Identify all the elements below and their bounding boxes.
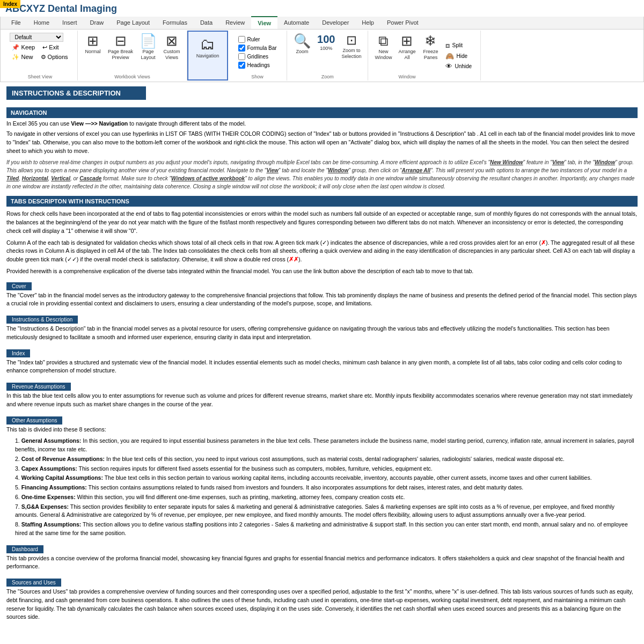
ribbon-group-workbook-views: ⊞ Normal ⊟ Page BreakPreview 📄 PageLayou…: [78, 31, 187, 80]
headings-checkbox[interactable]: Headings: [238, 62, 277, 69]
index-section: Index The "Index tab" provides a structu…: [6, 346, 638, 376]
keep-button[interactable]: 📌 Keep: [10, 43, 37, 52]
options-button[interactable]: ⚙ Options: [39, 53, 70, 61]
instructions-text: The "Instructions & Description" tab in …: [6, 325, 638, 342]
ribbon: File Home Insert Draw Page Layout Formul…: [0, 17, 644, 82]
instructions-label[interactable]: Instructions & Description: [6, 316, 78, 324]
zoom-100-btn[interactable]: 100 100%: [315, 33, 337, 53]
split-btn[interactable]: ⧈ Split: [445, 41, 472, 50]
sources-uses-label[interactable]: Sources and Uses: [6, 579, 61, 587]
revenue-label[interactable]: Revenue Assumptions: [6, 383, 71, 391]
cover-section: Cover The "Cover" tab in the financial m…: [6, 279, 638, 309]
ruler-checkbox[interactable]: Ruler: [238, 36, 277, 43]
tab-draw[interactable]: Draw: [84, 17, 111, 29]
cover-text: The "Cover" tab in the financial model s…: [6, 291, 638, 309]
dashboard-section: Dashboard This tab provides a concise ov…: [6, 542, 638, 572]
page-layout-btn[interactable]: 📄 PageLayout: [137, 33, 159, 62]
window-items: ⧉ NewWindow ⊞ ArrangeAll ❄ FreezePanes: [372, 31, 441, 73]
arrange-all-btn[interactable]: ⊞ ArrangeAll: [396, 33, 418, 62]
tabs-section-header: TABS DESCRIPTON WITH INSTRUCTIONS: [6, 196, 638, 207]
arrange-all-label: ArrangeAll: [398, 49, 415, 61]
hide-label: Hide: [456, 53, 467, 59]
gridlines-checkbox[interactable]: Gridlines: [238, 53, 277, 60]
zoom-selection-label: Zoom toSelection: [341, 48, 361, 60]
page-break-icon: ⊟: [115, 34, 127, 48]
arrange-all-icon: ⊞: [401, 34, 413, 48]
workbook-views-label: Workbook Views: [114, 73, 150, 80]
freeze-panes-label: FreezePanes: [423, 49, 438, 61]
tab-insert[interactable]: Insert: [56, 17, 84, 29]
page-layout-label: PageLayout: [141, 49, 156, 61]
revenue-text: In this tab the blue text cells allow yo…: [6, 392, 638, 409]
tab-page-layout[interactable]: Page Layout: [110, 17, 156, 29]
page-title: INSTRUCTIONS & DESCRIPTION: [6, 86, 146, 100]
list-item-8: 8. Staffing Assumptions: This section al…: [15, 521, 638, 538]
tab-automate[interactable]: Automate: [277, 17, 316, 29]
exit-button[interactable]: ↩ Exit: [40, 43, 61, 52]
ribbon-group-show: Ruler Formula Bar Gridlines Headings: [228, 31, 287, 80]
ribbon-group-navigation: 🗂 Navigation Nav: [187, 31, 228, 80]
instructions-section: Instructions & Description The "Instruct…: [6, 312, 638, 342]
tab-home[interactable]: Home: [27, 17, 56, 29]
tab-view[interactable]: View: [251, 16, 277, 29]
list-item-2: 2. Cost of Revenue Assumptions: In the b…: [15, 455, 638, 464]
normal-btn[interactable]: ⊞ Normal: [82, 33, 104, 56]
new-button[interactable]: ✨ New: [10, 53, 35, 61]
nav-intro: In Excel 365 you can use View —>> Naviga…: [6, 120, 638, 127]
sheet-view-label: Sheet View: [28, 73, 52, 80]
list-item-7: 7. S,G&A Expenses: This section provides…: [15, 503, 638, 520]
sheet-view-select[interactable]: Default: [10, 33, 63, 42]
navigation-btn[interactable]: 🗂 Navigation: [193, 36, 223, 60]
index-tab[interactable]: Index: [0, 0, 20, 8]
zoom-group-label: Zoom: [321, 73, 334, 80]
list-item-3: 3. Capex Assumptions: This section requi…: [15, 465, 638, 473]
formula-bar-checkbox[interactable]: Formula Bar: [238, 45, 277, 52]
new-window-label: NewWindow: [375, 49, 392, 61]
unhide-btn[interactable]: 👁 Unhide: [445, 62, 472, 70]
new-window-btn[interactable]: ⧉ NewWindow: [372, 33, 394, 62]
page-layout-icon: 📄: [140, 34, 157, 48]
normal-label: Normal: [85, 49, 100, 55]
other-label[interactable]: Other Assumptions: [6, 416, 62, 425]
dashboard-label[interactable]: Dashboard: [6, 545, 43, 553]
sources-uses-text: The "Sources and Uses" tab provides a co…: [6, 588, 638, 621]
zoom-selection-btn[interactable]: ⊡ Zoom toSelection: [339, 33, 363, 61]
window-right-items: ⧈ Split 🙈 Hide 👁 Unhide: [441, 31, 476, 80]
tabs-intro-2: Column A of the each tab is designated f…: [6, 239, 638, 264]
workbook-views-items: ⊞ Normal ⊟ Page BreakPreview 📄 PageLayou…: [82, 31, 182, 73]
tab-review[interactable]: Review: [219, 17, 251, 29]
main-content: INSTRUCTIONS & DESCRIPTION NAVIGATION In…: [0, 82, 644, 630]
navigation-icon: 🗂: [200, 37, 215, 52]
dashboard-text: This tab provides a concise overview of …: [6, 554, 638, 572]
hide-btn[interactable]: 🙈 Hide: [445, 52, 472, 60]
cover-label[interactable]: Cover: [6, 282, 32, 290]
tab-help[interactable]: Help: [355, 17, 380, 29]
unhide-icon: 👁: [445, 62, 452, 70]
ribbon-group-sheet-view: Default 📌 Keep ↩ Exit ✨ New ⚙ Options Sh…: [3, 31, 78, 80]
window-group-label: Window: [372, 73, 441, 80]
tab-formulas[interactable]: Formulas: [156, 17, 194, 29]
other-intro: This tab is divided into these 8 section…: [6, 426, 638, 434]
ribbon-group-zoom: 🔍 Zoom 100 100% ⊡ Zoom toSelection Zoom: [287, 31, 368, 80]
tab-data[interactable]: Data: [194, 17, 219, 29]
freeze-panes-btn[interactable]: ❄ FreezePanes: [420, 33, 441, 62]
index-label[interactable]: Index: [6, 349, 30, 357]
zoom-100-label: 100%: [320, 46, 332, 52]
custom-views-label: CustomViews: [164, 49, 180, 61]
ribbon-group-window: ⧉ NewWindow ⊞ ArrangeAll ❄ FreezePanes W…: [368, 31, 481, 80]
zoom-btn[interactable]: 🔍 Zoom: [291, 33, 313, 56]
tab-file[interactable]: File: [5, 17, 27, 29]
tab-power-pivot[interactable]: Power Pivot: [380, 17, 425, 29]
list-item-4: 4. Working Capital Assumptions: The blue…: [15, 474, 638, 482]
list-item-1: 1. General Assumptions: In this section,…: [15, 437, 638, 454]
page-break-btn[interactable]: ⊟ Page BreakPreview: [106, 33, 135, 62]
page-break-label: Page BreakPreview: [108, 49, 133, 61]
hide-icon: 🙈: [445, 52, 454, 60]
zoom-label: Zoom: [296, 49, 309, 55]
tab-developer[interactable]: Developer: [316, 17, 355, 29]
navigation-items: 🗂 Navigation: [193, 32, 223, 72]
custom-views-btn[interactable]: ⊠ CustomViews: [161, 33, 182, 62]
ribbon-content: Default 📌 Keep ↩ Exit ✨ New ⚙ Options Sh…: [1, 30, 643, 82]
other-section: Other Assumptions This tab is divided in…: [6, 413, 638, 538]
zoom-selection-icon: ⊡: [346, 34, 357, 47]
